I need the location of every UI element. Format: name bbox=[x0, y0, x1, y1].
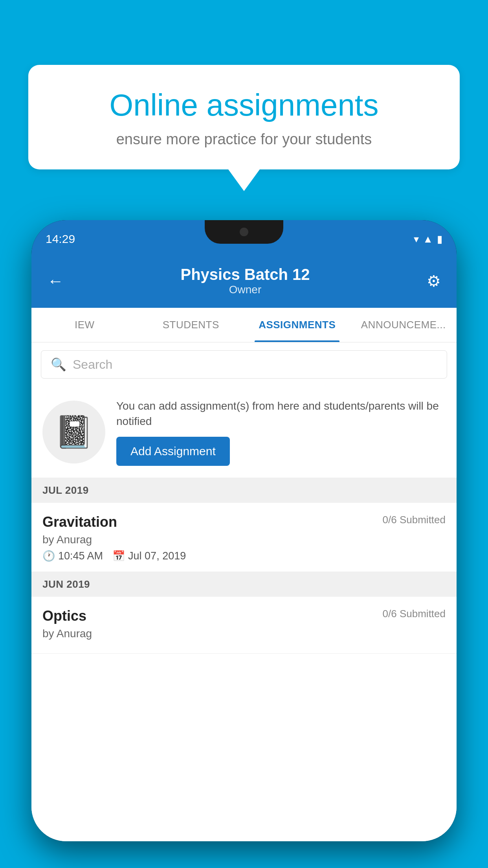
assignment-meta: 🕐 10:45 AM 📅 Jul 07, 2019 bbox=[42, 550, 446, 562]
assignment-time: 🕐 10:45 AM bbox=[42, 550, 103, 562]
battery-icon: ▮ bbox=[437, 233, 442, 245]
phone-screen: ← Physics Batch 12 Owner ⚙ IEW STUDENTS … bbox=[31, 258, 457, 841]
tab-announcements[interactable]: ANNOUNCEME... bbox=[350, 308, 457, 342]
promo-description: You can add assignment(s) from here and … bbox=[116, 398, 446, 429]
assignment-date: 📅 Jul 07, 2019 bbox=[112, 550, 186, 562]
assignment-author: by Anurag bbox=[42, 533, 446, 546]
promo-card: Online assignments ensure more practice … bbox=[28, 65, 460, 191]
assignment-submitted: 0/6 Submitted bbox=[383, 514, 446, 526]
tab-iew[interactable]: IEW bbox=[31, 308, 138, 342]
assignment-item-optics[interactable]: Optics 0/6 Submitted by Anurag bbox=[31, 597, 457, 654]
back-button[interactable]: ← bbox=[47, 272, 64, 291]
phone-mockup: 14:29 ▾ ▲ ▮ ← Physics Batch 12 Owner ⚙ I… bbox=[31, 220, 457, 841]
assignment-name: Gravitation bbox=[42, 514, 117, 530]
assignment-item-header-optics: Optics 0/6 Submitted bbox=[42, 608, 446, 624]
assignment-promo: 📓 You can add assignment(s) from here an… bbox=[31, 386, 457, 478]
search-placeholder: Search bbox=[73, 357, 112, 372]
promo-subtitle: ensure more practice for your students bbox=[56, 131, 432, 148]
app-content: 🔍 Search 📓 You can add assignment(s) fro… bbox=[31, 342, 457, 841]
app-header: ← Physics Batch 12 Owner ⚙ bbox=[31, 258, 457, 308]
status-icons: ▾ ▲ ▮ bbox=[414, 233, 442, 245]
assignment-author-optics: by Anurag bbox=[42, 627, 446, 640]
promo-title: Online assignments bbox=[56, 88, 432, 122]
assignment-date-value: Jul 07, 2019 bbox=[128, 550, 186, 562]
notebook-icon: 📓 bbox=[54, 414, 94, 451]
speech-bubble-arrow bbox=[228, 169, 260, 191]
camera bbox=[240, 228, 248, 236]
assignment-time-value: 10:45 AM bbox=[58, 550, 103, 562]
notch bbox=[205, 220, 283, 244]
assignment-item-header: Gravitation 0/6 Submitted bbox=[42, 514, 446, 530]
assignment-item-gravitation[interactable]: Gravitation 0/6 Submitted by Anurag 🕐 10… bbox=[31, 503, 457, 572]
add-assignment-button[interactable]: Add Assignment bbox=[116, 437, 230, 466]
search-icon: 🔍 bbox=[51, 357, 66, 372]
header-subtitle: Owner bbox=[64, 283, 427, 296]
header-center: Physics Batch 12 Owner bbox=[64, 266, 427, 296]
wifi-icon: ▾ bbox=[414, 233, 419, 245]
search-container: 🔍 Search bbox=[31, 342, 457, 386]
tab-bar: IEW STUDENTS ASSIGNMENTS ANNOUNCEME... bbox=[31, 308, 457, 342]
tab-assignments[interactable]: ASSIGNMENTS bbox=[244, 308, 350, 342]
assignment-submitted-optics: 0/6 Submitted bbox=[383, 608, 446, 620]
assignment-icon-circle: 📓 bbox=[42, 401, 105, 463]
search-bar[interactable]: 🔍 Search bbox=[41, 350, 447, 379]
clock-icon: 🕐 bbox=[42, 550, 55, 562]
section-header-jul: JUL 2019 bbox=[31, 478, 457, 503]
tab-students[interactable]: STUDENTS bbox=[138, 308, 244, 342]
speech-bubble: Online assignments ensure more practice … bbox=[28, 65, 460, 169]
signal-icon: ▲ bbox=[423, 233, 433, 245]
header-title: Physics Batch 12 bbox=[64, 266, 427, 283]
status-time: 14:29 bbox=[46, 232, 75, 246]
calendar-icon: 📅 bbox=[112, 550, 125, 562]
assignment-name-optics: Optics bbox=[42, 608, 86, 624]
phone-inner: ← Physics Batch 12 Owner ⚙ IEW STUDENTS … bbox=[31, 258, 457, 841]
assignment-promo-text: You can add assignment(s) from here and … bbox=[116, 398, 446, 466]
section-header-jun: JUN 2019 bbox=[31, 572, 457, 597]
settings-button[interactable]: ⚙ bbox=[427, 272, 441, 290]
status-bar: 14:29 ▾ ▲ ▮ bbox=[31, 220, 457, 258]
